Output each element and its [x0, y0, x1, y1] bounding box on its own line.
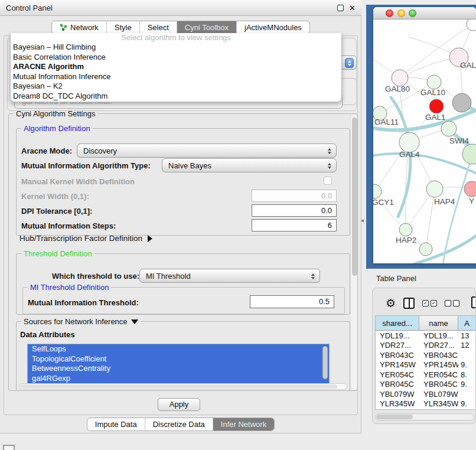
zoom-traffic-icon[interactable] [409, 9, 416, 17]
table-cell: 12 [458, 341, 476, 350]
network-node-hap4[interactable] [426, 181, 443, 197]
which-threshold-combo[interactable]: MI Threshold [139, 269, 320, 283]
network-window-titlebar[interactable] [373, 7, 476, 19]
network-node-gal80[interactable] [392, 70, 408, 86]
table-row[interactable]: YPR145WYPR145W9. [376, 360, 476, 370]
algorithm-item-bayesian-k2[interactable]: Bayesian – K2 [11, 81, 341, 92]
table-row[interactable]: YDR27...YDR27...12 [376, 341, 476, 351]
manual-kernel-checkbox[interactable] [324, 177, 332, 185]
network-node-gal1[interactable] [441, 121, 457, 136]
sources-group: Sources for Network Inference Data Attri… [16, 321, 350, 391]
algorithm-item-basic-correlation-inference[interactable]: Basic Correlation Inference [11, 53, 341, 63]
network-node-y[interactable] [464, 181, 476, 197]
table-cell: YDR27... [419, 341, 458, 350]
minimize-traffic-icon[interactable] [397, 9, 405, 17]
table-cell: YIL052C [419, 409, 458, 410]
network-edge[interactable] [373, 154, 476, 175]
table-cell: 8. [458, 370, 476, 379]
minimized-panel-icon[interactable] [3, 445, 15, 450]
tab-jactivemnodules[interactable]: jActiveMNodules [236, 21, 309, 34]
table-row[interactable]: YBR043CYBR043C [376, 350, 476, 360]
settings-scrollbar[interactable] [350, 115, 357, 389]
close-traffic-icon[interactable] [386, 9, 393, 17]
data-attributes-label: Data Attributes [20, 330, 75, 339]
network-node-gcy1[interactable] [373, 184, 382, 198]
network-node-swi4[interactable] [462, 144, 476, 164]
algorithm-item-mutual-information-inference[interactable]: Mutual Information Inference [11, 72, 341, 82]
dpi-tolerance-input[interactable]: 0.0 [252, 204, 337, 217]
threshold-definition-group: Threshold Definition Which threshold to … [16, 253, 350, 315]
attribute-item-betweennesscentrality[interactable]: BetweennessCentrality [28, 364, 329, 374]
sources-horizontal-scrollbar[interactable] [19, 383, 347, 390]
network-node-red-node[interactable] [429, 99, 444, 113]
algorithm-item-dream8-dc-tdc-algorithm[interactable]: Dream8 DC_TDC Algorithm [11, 92, 341, 102]
control-panel-titlebar: Control Panel ✕ [0, 0, 361, 16]
tab-infer-network-label: Infer Network [221, 420, 266, 429]
node-label-gal11: GAL11 [374, 118, 399, 126]
network-node-gray-node[interactable] [452, 93, 471, 112]
attribute-item-topologicalcoefficient[interactable]: TopologicalCoefficient [28, 354, 329, 364]
algorithm-item-aracne-algorithm[interactable]: ARACNE Algorithm [11, 62, 341, 72]
column-header-shared-[interactable]: shared... [376, 316, 419, 330]
tab-cyni-toolbox[interactable]: Cyni Toolbox [177, 21, 236, 34]
column-header-a[interactable]: A [458, 316, 476, 330]
tab-discretize-data-label: Discretize Data [153, 420, 205, 429]
sources-group-title[interactable]: Sources for Network Inference [21, 317, 141, 326]
network-node-bottom-node[interactable] [419, 243, 432, 256]
table-row[interactable]: YBR045CYBR045C9. [376, 380, 476, 390]
network-edge[interactable] [426, 189, 435, 249]
table-row[interactable]: YLR345WYLR345W9. [376, 399, 476, 409]
aracne-mode-combo[interactable]: Discovery [77, 144, 337, 158]
select-all-checkboxes-icon[interactable]: ✓✓ [422, 300, 437, 306]
table-row[interactable]: YIL052CYIL052C9 [376, 409, 476, 410]
table-cell: YLR345W [376, 399, 419, 408]
table-row[interactable]: YDL19...YDL19...13 [376, 331, 476, 341]
attribute-item-gal4rgexp[interactable]: gal4RGexp [28, 374, 329, 384]
network-node-gal10[interactable] [427, 75, 441, 89]
network-node-top-right[interactable] [467, 19, 476, 31]
combo-stepper-icon [308, 271, 317, 281]
float-window-icon[interactable] [337, 5, 344, 11]
tab-discretize-data[interactable]: Discretize Data [145, 418, 213, 431]
table-row[interactable]: YER054CYER054C8. [376, 370, 476, 380]
which-threshold-value: MI Threshold [146, 272, 191, 281]
network-node-gal4[interactable] [399, 132, 419, 152]
tab-style[interactable]: Style [106, 21, 139, 34]
network-canvas[interactable]: GALGAL80GAL10GAL1GAL11SWI4GAL4GCY1HAP4YH… [373, 19, 476, 263]
gear-icon[interactable]: ⚙ [386, 298, 396, 309]
table-cell: YDR27... [376, 341, 419, 350]
mi-threshold-definition-group: MI Threshold Definition Mutual Informati… [22, 287, 345, 314]
splitter-collapse-icon[interactable] [361, 219, 364, 223]
control-panel-tabbar: NetworkStyleSelectCyni ToolboxjActiveMNo… [0, 21, 361, 34]
tab-network[interactable]: Network [52, 21, 106, 34]
algorithm-definition-title: Algorithm Definition [21, 124, 93, 133]
algorithm-item-bayesian-hill-climbing[interactable]: Bayesian – Hill Climbing [11, 43, 341, 53]
list-scrollbar[interactable] [322, 346, 328, 379]
table-cell: YBR043C [419, 351, 458, 360]
table-cell: 9. [458, 399, 476, 408]
table-row[interactable]: YBL079WYBL079W [376, 389, 476, 399]
network-node-hap2[interactable] [399, 223, 412, 236]
combo-stepper-icon [325, 146, 334, 156]
table-horizontal-scrollbar[interactable] [375, 413, 474, 420]
tab-infer-network[interactable]: Infer Network [213, 418, 274, 431]
mi-threshold-input[interactable]: 0.5 [250, 295, 334, 308]
deselect-all-checkboxes-icon[interactable] [445, 300, 459, 306]
column-header-name[interactable]: name [419, 316, 458, 330]
data-attributes-list[interactable]: SelfLoopsTopologicalCoefficientBetweenne… [27, 344, 330, 384]
mi-algorithm-type-combo[interactable]: Naive Bayes [162, 158, 337, 172]
attribute-item-selfloops[interactable]: SelfLoops [28, 344, 329, 354]
kernel-width-input[interactable]: 0.0 [252, 190, 337, 202]
tab-impute-data[interactable]: Impute Data [87, 418, 145, 431]
hub-definition-expander[interactable]: Hub/Transcription Factor Definition [19, 234, 152, 243]
document-icon[interactable] [471, 296, 476, 308]
columns-icon[interactable] [403, 298, 415, 309]
close-icon[interactable]: ✕ [349, 5, 356, 11]
apply-button[interactable]: Apply [158, 398, 200, 411]
tab-select[interactable]: Select [139, 21, 177, 34]
control-panel-title: Control Panel [6, 4, 53, 12]
table-cell: YPR145W [419, 360, 458, 369]
mi-steps-input[interactable]: 6 [252, 219, 337, 231]
table-panel: ⚙ ✓✓ shared...nameA YDL19...YDL19...13YD… [372, 288, 476, 424]
table-cell: YER054C [419, 370, 458, 379]
